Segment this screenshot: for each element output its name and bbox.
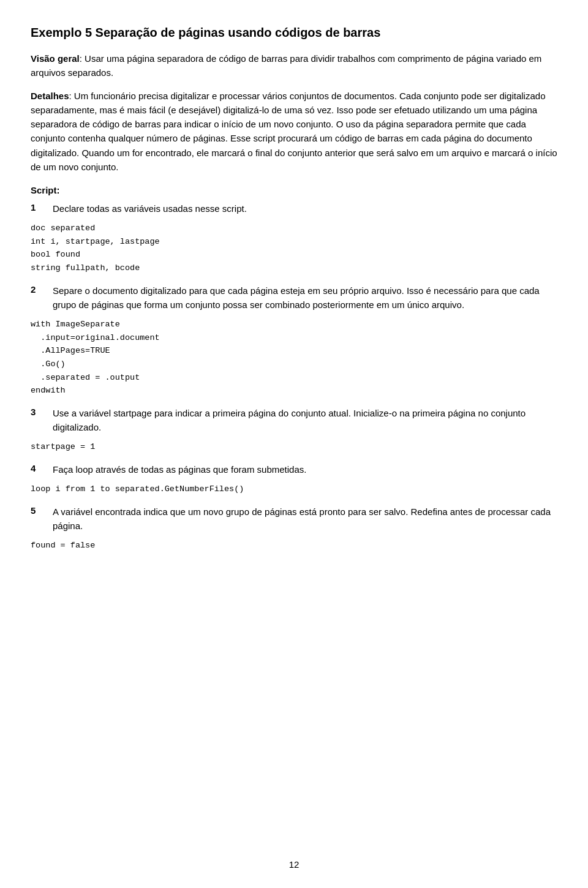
code-block-3: startpage = 1	[31, 440, 557, 454]
page-number: 12	[289, 859, 300, 870]
page-number-container: 12	[0, 859, 588, 870]
example-title: Exemplo 5 Separação de páginas usando có…	[31, 24, 557, 40]
step-2-number: 2	[31, 284, 53, 295]
step-4-container: 4 Faça loop através de todas as páginas …	[31, 462, 557, 476]
step-3-text: Use a variável startpage para indicar a …	[53, 406, 557, 435]
visao-geral-text: : Usar uma página separadora de código d…	[31, 53, 541, 78]
step-1-number: 1	[31, 201, 53, 213]
step-2-container: 2 Separe o documento digitalizado para q…	[31, 284, 557, 312]
step-1-container: 1 Declare todas as variáveis usadas ness…	[31, 201, 557, 216]
detalhes-text: : Um funcionário precisa digitalizar e p…	[69, 91, 399, 101]
step-3-number: 3	[31, 406, 53, 417]
detalhes-label: Detalhes	[31, 91, 69, 101]
visao-geral-label: Visão geral	[31, 53, 80, 64]
step-5-container: 5 A variável encontrada indica que um no…	[31, 505, 557, 533]
step-5-number: 5	[31, 505, 53, 516]
step-3-container: 3 Use a variável startpage para indicar …	[31, 406, 557, 435]
step-4-text: Faça loop através de todas as páginas qu…	[53, 462, 557, 476]
detalhes-section: Detalhes: Um funcionário precisa digital…	[31, 89, 557, 175]
step-5-text: A variável encontrada indica que um novo…	[53, 505, 557, 533]
script-label: Script:	[31, 185, 557, 195]
step-4-number: 4	[31, 462, 53, 473]
step-1-text: Declare todas as variáveis usadas nesse …	[53, 201, 557, 216]
code-block-1: doc separated int i, startpage, lastpage…	[31, 222, 557, 274]
visao-geral-section: Visão geral: Usar uma página separadora …	[31, 51, 557, 80]
code-block-4: loop i from 1 to separated.GetNumberFile…	[31, 483, 557, 496]
step-2-text: Separe o documento digitalizado para que…	[53, 284, 557, 312]
code-block-5: found = false	[31, 539, 557, 552]
code-block-2: with ImageSeparate .input=original.docum…	[31, 318, 557, 397]
